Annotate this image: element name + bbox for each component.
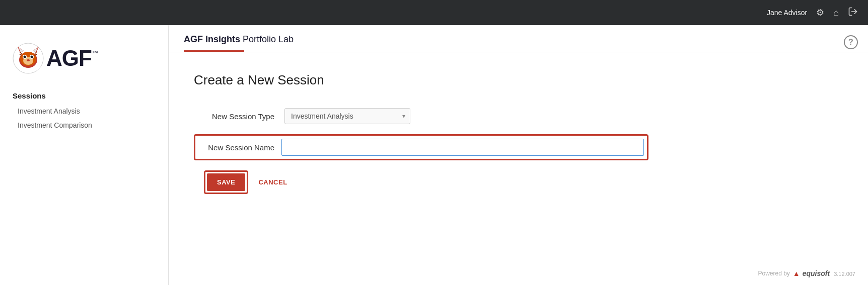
logout-icon[interactable] bbox=[848, 7, 858, 19]
name-label: New Session Name bbox=[198, 143, 281, 152]
subnav-light: Portfolio Lab bbox=[240, 34, 294, 44]
version-text: 3.12.007 bbox=[834, 271, 855, 277]
svg-point-13 bbox=[27, 59, 30, 61]
logo-container: AGF ™ bbox=[0, 35, 168, 86]
username-label: Jane Advisor bbox=[767, 9, 807, 17]
main-layout: AGF ™ Sessions Investment Analysis Inves… bbox=[0, 25, 868, 285]
subnav-title: AGF Insights Portfolio Lab bbox=[184, 34, 294, 52]
svg-point-11 bbox=[24, 56, 26, 58]
session-name-row: New Session Name bbox=[194, 134, 843, 160]
content-area: AGF Insights Portfolio Lab ? Create a Ne… bbox=[169, 25, 868, 285]
subnav-bold: AGF Insights bbox=[184, 34, 240, 44]
agf-wordmark: AGF ™ bbox=[46, 47, 98, 69]
sidebar-item-investment-comparison[interactable]: Investment Comparison bbox=[0, 118, 168, 132]
agf-tm: ™ bbox=[92, 49, 98, 57]
buttons-row: SAVE CANCEL bbox=[204, 170, 843, 194]
agf-text: AGF bbox=[46, 47, 92, 69]
session-type-row: New Session Type Investment Analysis ▾ bbox=[194, 108, 843, 124]
session-type-select-wrapper: Investment Analysis ▾ bbox=[284, 108, 410, 124]
name-highlight-box: New Session Name bbox=[194, 134, 648, 160]
help-icon[interactable]: ? bbox=[844, 35, 858, 49]
footer: Powered by ▲ equisoft 3.12.007 bbox=[758, 269, 855, 277]
subnav: AGF Insights Portfolio Lab bbox=[169, 25, 868, 52]
page-body: Create a New Session New Session Type In… bbox=[169, 52, 868, 285]
equisoft-logo: ▲ equisoft bbox=[793, 269, 830, 277]
session-type-select[interactable]: Investment Analysis bbox=[284, 108, 410, 124]
page-title: Create a New Session bbox=[194, 72, 843, 88]
sidebar: AGF ™ Sessions Investment Analysis Inves… bbox=[0, 25, 169, 285]
sessions-label: Sessions bbox=[0, 86, 168, 104]
settings-icon[interactable]: ⚙ bbox=[816, 7, 824, 18]
equisoft-brand: equisoft bbox=[803, 269, 830, 277]
cancel-button[interactable]: CANCEL bbox=[248, 173, 297, 191]
sidebar-item-investment-analysis[interactable]: Investment Analysis bbox=[0, 104, 168, 118]
type-label: New Session Type bbox=[194, 112, 284, 121]
svg-point-12 bbox=[31, 56, 33, 58]
session-name-input[interactable] bbox=[281, 139, 644, 156]
agf-logo-icon bbox=[13, 43, 44, 74]
topbar: Jane Advisor ⚙ ⌂ bbox=[0, 0, 868, 25]
save-button[interactable]: SAVE bbox=[207, 173, 245, 191]
powered-by-text: Powered by bbox=[758, 270, 789, 277]
save-highlight-box: SAVE bbox=[204, 170, 248, 194]
equisoft-triangle-icon: ▲ bbox=[793, 269, 800, 277]
home-icon[interactable]: ⌂ bbox=[833, 8, 839, 18]
